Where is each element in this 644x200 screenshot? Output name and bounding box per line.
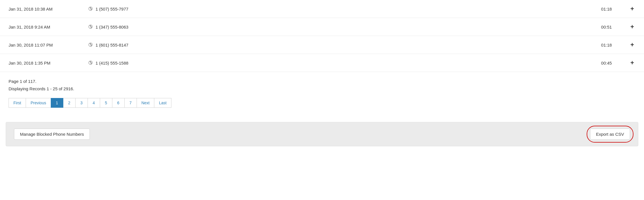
- page-3-button[interactable]: 3: [75, 98, 88, 108]
- call-duration: 00:45: [563, 54, 620, 72]
- page-5-button[interactable]: 5: [100, 98, 112, 108]
- page-6-button[interactable]: 6: [112, 98, 125, 108]
- page-wrapper: Jan 31, 2018 10:38 AM ✆ 1 (507) 555-7977…: [0, 0, 644, 200]
- table-row: Jan 30, 2018 1:35 PM ✆ 1 (415) 555-1588 …: [0, 54, 644, 72]
- call-date: Jan 31, 2018 9:24 AM: [0, 18, 80, 36]
- call-duration: 00:51: [563, 18, 620, 36]
- call-phone: ✆ 1 (601) 555-8147: [80, 36, 563, 54]
- bottom-bar: Manage Blocked Phone Numbers Export as C…: [6, 122, 638, 146]
- call-date: Jan 30, 2018 11:07 PM: [0, 36, 80, 54]
- page-7-button[interactable]: 7: [124, 98, 137, 108]
- call-duration: 01:18: [563, 0, 620, 18]
- add-call-button[interactable]: +: [629, 23, 635, 31]
- call-phone: ✆ 1 (347) 555-8063: [80, 18, 563, 36]
- first-page-button[interactable]: First: [9, 98, 26, 108]
- call-phone: ✆ 1 (415) 555-1588: [80, 54, 563, 72]
- add-action-cell: +: [620, 0, 644, 18]
- page-info-line1: Page 1 of 117.: [9, 78, 635, 85]
- phone-incoming-icon: ✆: [88, 60, 93, 66]
- call-phone: ✆ 1 (507) 555-7977: [80, 0, 563, 18]
- page-number-buttons: 1234567: [51, 98, 137, 108]
- phone-incoming-icon: ✆: [88, 24, 93, 30]
- add-call-button[interactable]: +: [629, 59, 635, 67]
- page-2-button[interactable]: 2: [63, 98, 76, 108]
- call-duration: 01:18: [563, 36, 620, 54]
- phone-incoming-icon: ✆: [88, 42, 93, 48]
- export-btn-wrapper: Export as CSV: [590, 129, 630, 140]
- phone-incoming-icon: ✆: [88, 6, 93, 12]
- add-call-button[interactable]: +: [629, 41, 635, 49]
- page-4-button[interactable]: 4: [88, 98, 100, 108]
- page-1-button[interactable]: 1: [51, 98, 63, 108]
- manage-blocked-button[interactable]: Manage Blocked Phone Numbers: [14, 129, 90, 140]
- add-call-button[interactable]: +: [629, 5, 635, 13]
- table-row: Jan 30, 2018 11:07 PM ✆ 1 (601) 555-8147…: [0, 36, 644, 54]
- call-date: Jan 30, 2018 1:35 PM: [0, 54, 80, 72]
- add-action-cell: +: [620, 36, 644, 54]
- add-action-cell: +: [620, 18, 644, 36]
- prev-page-button[interactable]: Previous: [26, 98, 51, 108]
- add-action-cell: +: [620, 54, 644, 72]
- pagination-controls: First Previous 1234567 Next Last: [0, 95, 644, 116]
- next-page-button[interactable]: Next: [137, 98, 155, 108]
- last-page-button[interactable]: Last: [154, 98, 171, 108]
- page-info-line2: Displaying Records 1 - 25 of 2916.: [9, 85, 635, 93]
- table-row: Jan 31, 2018 9:24 AM ✆ 1 (347) 555-8063 …: [0, 18, 644, 36]
- call-table: Jan 31, 2018 10:38 AM ✆ 1 (507) 555-7977…: [0, 0, 644, 72]
- export-csv-button[interactable]: Export as CSV: [590, 129, 630, 140]
- table-row: Jan 31, 2018 10:38 AM ✆ 1 (507) 555-7977…: [0, 0, 644, 18]
- pagination-info: Page 1 of 117. Displaying Records 1 - 25…: [0, 72, 644, 95]
- call-date: Jan 31, 2018 10:38 AM: [0, 0, 80, 18]
